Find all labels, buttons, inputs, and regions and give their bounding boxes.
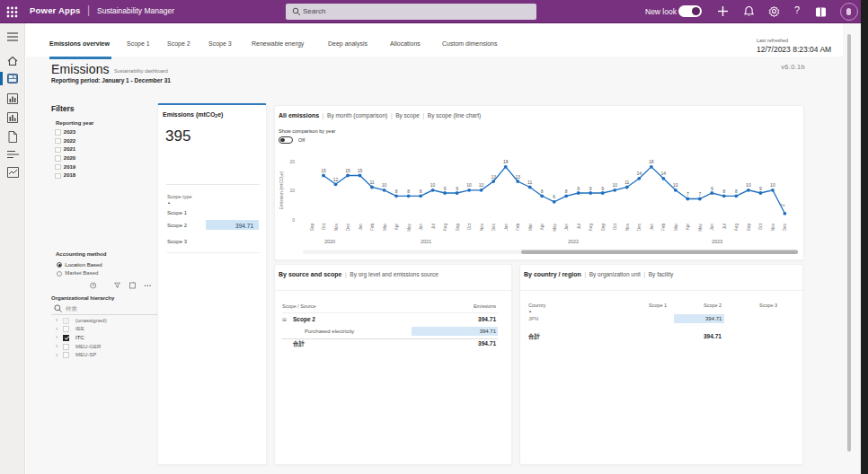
svg-text:Emission (mtCO₂e): Emission (mtCO₂e) xyxy=(279,171,284,209)
svg-text:7: 7 xyxy=(686,191,689,197)
svg-text:Oct: Oct xyxy=(758,223,763,230)
svg-text:Oct: Oct xyxy=(322,223,326,230)
svg-text:15: 15 xyxy=(345,168,350,173)
svg-text:Nov: Nov xyxy=(334,223,339,231)
svg-text:10: 10 xyxy=(673,182,678,188)
svg-text:9: 9 xyxy=(444,186,447,191)
svg-text:9: 9 xyxy=(711,186,713,191)
svg-text:May: May xyxy=(698,223,703,232)
svg-text:Dec: Dec xyxy=(492,223,496,231)
svg-text:Nov: Nov xyxy=(480,223,484,231)
svg-text:0: 0 xyxy=(292,217,295,223)
svg-text:9: 9 xyxy=(759,186,762,191)
svg-text:8: 8 xyxy=(722,189,725,194)
svg-text:Sep: Sep xyxy=(310,224,314,232)
svg-text:10: 10 xyxy=(746,182,751,188)
svg-text:Sep: Sep xyxy=(747,224,751,232)
svg-text:2020: 2020 xyxy=(324,239,335,244)
svg-text:Jun: Jun xyxy=(710,224,714,231)
svg-text:7: 7 xyxy=(698,191,701,197)
svg-text:11: 11 xyxy=(369,180,374,185)
svg-text:12: 12 xyxy=(333,177,339,182)
svg-text:Apr: Apr xyxy=(686,224,690,231)
svg-text:Mar: Mar xyxy=(383,224,387,232)
svg-text:Nov: Nov xyxy=(771,223,775,231)
svg-text:Aug: Aug xyxy=(734,224,739,232)
svg-text:Mar: Mar xyxy=(528,224,533,232)
svg-text:8: 8 xyxy=(541,189,544,194)
svg-text:Oct: Oct xyxy=(613,223,617,230)
svg-text:Feb: Feb xyxy=(661,224,666,231)
svg-text:9: 9 xyxy=(577,186,580,191)
svg-text:Jan: Jan xyxy=(359,224,363,231)
svg-text:Jan: Jan xyxy=(650,224,654,231)
svg-text:2: 2 xyxy=(780,204,785,206)
svg-text:Aug: Aug xyxy=(443,224,447,232)
svg-text:Jul: Jul xyxy=(431,224,436,229)
svg-text:15: 15 xyxy=(321,168,326,173)
svg-text:10: 10 xyxy=(479,182,484,188)
svg-text:9: 9 xyxy=(601,186,604,191)
svg-text:May: May xyxy=(407,223,412,232)
svg-text:Dec: Dec xyxy=(346,223,350,231)
svg-text:May: May xyxy=(553,223,557,232)
svg-text:9: 9 xyxy=(456,186,458,191)
svg-text:2023: 2023 xyxy=(712,239,722,244)
svg-text:Aug: Aug xyxy=(589,224,593,232)
svg-text:Apr: Apr xyxy=(540,224,545,231)
svg-text:9: 9 xyxy=(589,186,592,191)
svg-text:20: 20 xyxy=(289,159,295,164)
svg-text:Mar: Mar xyxy=(674,224,678,232)
svg-text:10: 10 xyxy=(382,182,387,188)
svg-text:Sep: Sep xyxy=(456,224,460,232)
svg-text:10: 10 xyxy=(430,182,436,188)
svg-text:Jun: Jun xyxy=(419,224,423,231)
svg-text:2022: 2022 xyxy=(568,239,579,244)
svg-text:8: 8 xyxy=(565,189,568,194)
svg-text:Oct: Oct xyxy=(467,223,472,230)
svg-text:8: 8 xyxy=(420,189,422,194)
svg-text:Feb: Feb xyxy=(370,224,375,231)
svg-text:10: 10 xyxy=(770,182,775,188)
svg-text:10: 10 xyxy=(466,182,472,188)
svg-text:Nov: Nov xyxy=(625,223,630,231)
svg-text:Jul: Jul xyxy=(722,224,727,229)
svg-text:Dec: Dec xyxy=(783,223,787,231)
svg-text:8: 8 xyxy=(735,189,738,194)
svg-text:10: 10 xyxy=(289,188,295,193)
svg-text:8: 8 xyxy=(407,189,410,194)
svg-text:18: 18 xyxy=(503,159,509,164)
svg-text:Apr: Apr xyxy=(394,224,399,231)
svg-text:14: 14 xyxy=(661,171,667,176)
svg-text:15: 15 xyxy=(358,168,363,173)
svg-text:18: 18 xyxy=(649,159,654,164)
svg-text:Jun: Jun xyxy=(564,224,569,231)
svg-text:Feb: Feb xyxy=(516,224,520,231)
svg-text:13: 13 xyxy=(491,174,496,180)
svg-text:Jan: Jan xyxy=(504,224,509,231)
svg-text:10: 10 xyxy=(612,182,617,188)
svg-text:11: 11 xyxy=(624,180,629,185)
svg-text:Dec: Dec xyxy=(637,223,642,231)
svg-text:13: 13 xyxy=(515,174,520,180)
svg-text:Jul: Jul xyxy=(577,224,581,229)
svg-text:8: 8 xyxy=(395,189,398,194)
svg-text:Sep: Sep xyxy=(601,224,606,232)
svg-text:6: 6 xyxy=(553,194,555,199)
svg-text:14: 14 xyxy=(637,171,642,176)
svg-text:2021: 2021 xyxy=(421,239,431,244)
svg-text:11: 11 xyxy=(527,180,532,185)
